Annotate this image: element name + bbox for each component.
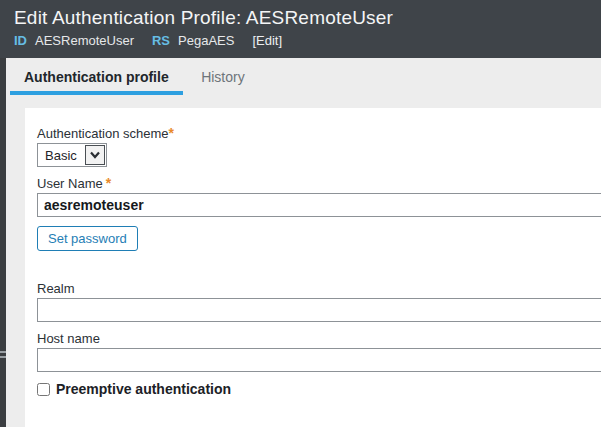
- user-name-input[interactable]: [37, 193, 601, 217]
- set-password-button[interactable]: Set password: [37, 226, 138, 251]
- chevron-down-icon: [85, 145, 105, 165]
- splitter-grip-icon[interactable]: [0, 351, 6, 361]
- tab-label: History: [201, 69, 245, 85]
- id-value: AESRemoteUser: [35, 33, 134, 48]
- tab-label: Authentication profile: [24, 69, 169, 85]
- preemptive-checkbox[interactable]: [37, 383, 50, 396]
- tab-history[interactable]: History: [187, 58, 259, 95]
- auth-scheme-select[interactable]: Basic: [37, 143, 107, 167]
- page-title: Edit Authentication Profile: AESRemoteUs…: [14, 7, 601, 29]
- edit-link[interactable]: [Edit]: [252, 33, 282, 48]
- auth-scheme-selected-value: Basic: [38, 144, 84, 166]
- realm-input[interactable]: [37, 298, 601, 322]
- required-asterisk: *: [106, 175, 111, 191]
- form-panel: Authentication scheme* Basic User Name* …: [25, 108, 601, 427]
- id-key-label: ID: [14, 33, 27, 48]
- auth-scheme-label: Authentication scheme*: [37, 126, 601, 141]
- preemptive-label: Preemptive authentication: [56, 381, 231, 397]
- realm-label: Realm: [37, 281, 601, 296]
- page-header: Edit Authentication Profile: AESRemoteUs…: [0, 0, 601, 58]
- ruleset-key-label: RS: [152, 33, 170, 48]
- record-meta: ID AESRemoteUser RS PegaAES [Edit]: [14, 33, 601, 48]
- required-asterisk: *: [169, 125, 174, 141]
- left-splitter[interactable]: [0, 0, 6, 427]
- user-name-label: User Name*: [37, 176, 601, 191]
- host-name-label: Host name: [37, 331, 601, 346]
- host-name-input[interactable]: [37, 348, 601, 372]
- edit-authentication-profile-screen: Edit Authentication Profile: AESRemoteUs…: [0, 0, 601, 427]
- section-spacer: [37, 251, 601, 281]
- tab-authentication-profile[interactable]: Authentication profile: [10, 58, 183, 95]
- ruleset-value: PegaAES: [178, 33, 234, 48]
- tab-bar: Authentication profile History: [6, 58, 601, 108]
- preemptive-auth-row: Preemptive authentication: [37, 381, 601, 397]
